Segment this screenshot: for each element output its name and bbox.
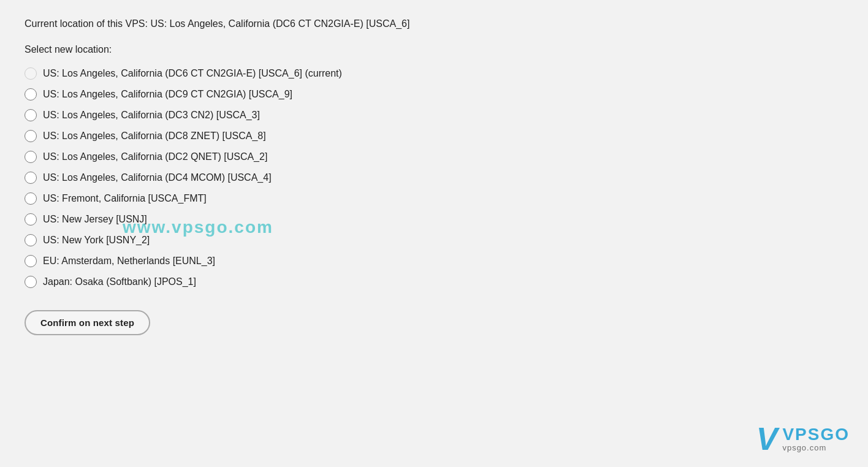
location-radio-USNY_2[interactable] xyxy=(25,234,37,246)
list-item: US: Los Angeles, California (DC9 CT CN2G… xyxy=(25,88,843,101)
location-list: US: Los Angeles, California (DC6 CT CN2G… xyxy=(25,67,843,288)
location-label-EUNL_3[interactable]: EU: Amsterdam, Netherlands [EUNL_3] xyxy=(43,256,215,267)
location-label-USNY_2[interactable]: US: New York [USNY_2] xyxy=(43,235,150,246)
confirm-next-step-button[interactable]: Confirm on next step xyxy=(25,310,150,335)
location-label-USCA_3[interactable]: US: Los Angeles, California (DC3 CN2) [U… xyxy=(43,110,260,121)
list-item: US: Los Angeles, California (DC4 MCOM) [… xyxy=(25,172,843,184)
watermark-v-letter: V xyxy=(756,423,778,455)
location-radio-USCA_FMT[interactable] xyxy=(25,192,37,205)
location-label-USCA_2[interactable]: US: Los Angeles, California (DC2 QNET) [… xyxy=(43,151,267,162)
list-item: US: Los Angeles, California (DC2 QNET) [… xyxy=(25,151,843,163)
watermark-text-block: VPSGO vpsgo.com xyxy=(782,426,850,452)
location-label-USCA_8[interactable]: US: Los Angeles, California (DC8 ZNET) [… xyxy=(43,131,266,142)
location-radio-USCA_3[interactable] xyxy=(25,109,37,121)
location-label-JPOS_1[interactable]: Japan: Osaka (Softbank) [JPOS_1] xyxy=(43,276,196,287)
location-label-USNJ[interactable]: US: New Jersey [USNJ] xyxy=(43,214,147,225)
location-radio-JPOS_1[interactable] xyxy=(25,276,37,288)
location-label-USCA_FMT[interactable]: US: Fremont, California [USCA_FMT] xyxy=(43,193,207,204)
location-label-USCA_6[interactable]: US: Los Angeles, California (DC6 CT CN2G… xyxy=(43,68,342,79)
location-radio-USCA_4[interactable] xyxy=(25,172,37,184)
current-location-text: Current location of this VPS: US: Los An… xyxy=(25,18,843,29)
select-location-label: Select new location: xyxy=(25,44,843,55)
location-radio-EUNL_3[interactable] xyxy=(25,255,37,267)
list-item: US: Los Angeles, California (DC3 CN2) [U… xyxy=(25,109,843,121)
list-item: US: New York [USNY_2] xyxy=(25,234,843,246)
location-radio-USCA_2[interactable] xyxy=(25,151,37,163)
list-item: Japan: Osaka (Softbank) [JPOS_1] xyxy=(25,276,843,288)
watermark: V VPSGO vpsgo.com xyxy=(756,423,850,455)
location-label-USCA_4[interactable]: US: Los Angeles, California (DC4 MCOM) [… xyxy=(43,172,272,183)
watermark-brand: VPSGO xyxy=(782,426,850,443)
list-item: US: Fremont, California [USCA_FMT] xyxy=(25,192,843,205)
list-item: US: New Jersey [USNJ] xyxy=(25,213,843,226)
location-label-USCA_9[interactable]: US: Los Angeles, California (DC9 CT CN2G… xyxy=(43,89,292,100)
location-radio-USNJ[interactable] xyxy=(25,213,37,226)
watermark-url: vpsgo.com xyxy=(782,443,850,452)
location-radio-USCA_8[interactable] xyxy=(25,130,37,142)
list-item: EU: Amsterdam, Netherlands [EUNL_3] xyxy=(25,255,843,267)
list-item: US: Los Angeles, California (DC6 CT CN2G… xyxy=(25,67,843,80)
location-radio-USCA_6[interactable] xyxy=(25,67,37,80)
list-item: US: Los Angeles, California (DC8 ZNET) [… xyxy=(25,130,843,142)
location-radio-USCA_9[interactable] xyxy=(25,88,37,101)
